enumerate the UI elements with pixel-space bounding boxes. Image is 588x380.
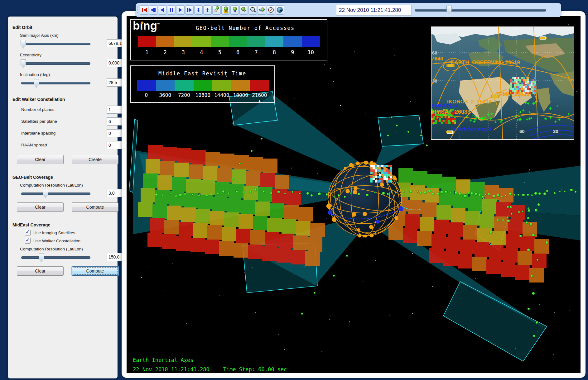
- north-view-button[interactable]: N: [221, 5, 230, 15]
- step-back-button[interactable]: [149, 5, 157, 15]
- interplane-spacing-label: Interplane spacing: [21, 131, 55, 135]
- bing-logo: bıng™: [133, 19, 160, 32]
- walker-clear-button[interactable]: Clear: [17, 155, 64, 164]
- play-forward-button[interactable]: [176, 5, 185, 15]
- semimajor-axis-slider[interactable]: [21, 43, 90, 45]
- use-imaging-satellites-label: Use Imaging Satellites: [33, 230, 75, 235]
- time-slider[interactable]: [415, 7, 546, 13]
- geo-satellite-dot: [522, 194, 525, 196]
- mideast-resolution-slider[interactable]: [21, 256, 90, 259]
- geo-satellite-dot: [527, 217, 529, 219]
- toolbar-grip[interactable]: [137, 6, 138, 14]
- slider-thumb[interactable]: [39, 254, 44, 262]
- slider-thumb[interactable]: [43, 190, 48, 198]
- geo-satellite-dot: [437, 193, 439, 195]
- globe-manager-button[interactable]: ▼: [276, 5, 284, 15]
- play-backward-button[interactable]: [158, 5, 166, 15]
- inset-map-label: EARTH_OBSERVING 26619: [451, 59, 520, 66]
- nadir-view-button[interactable]: ▼: [230, 5, 239, 15]
- legend-swatch: [156, 36, 174, 47]
- geo-satellite-dot: [314, 292, 316, 294]
- inset-sat-marker: +: [470, 119, 472, 122]
- geo-satellite-dot: [507, 220, 510, 222]
- section-title-geo-belt: GEO-Belt Coverage: [12, 175, 117, 180]
- geo-satellite-dot: [426, 145, 428, 146]
- real-time-clock-button[interactable]: [267, 5, 275, 15]
- legend-tick-label: 5: [211, 49, 229, 55]
- raan-spread-label: RAAN spread: [21, 143, 47, 147]
- walker-create-button[interactable]: Create: [72, 155, 118, 164]
- geo-satellite-dot: [535, 209, 537, 211]
- pause-button[interactable]: [167, 5, 176, 15]
- slider-thumb[interactable]: [34, 79, 39, 88]
- inset-map-label: RemoteSensing13: [431, 102, 458, 108]
- decrease-time-step-button[interactable]: ▼▼: [194, 5, 203, 15]
- legend-tick-label: 6: [229, 49, 247, 55]
- inset-sat-marker: +: [475, 116, 477, 120]
- inset-map: 607640EARTH_OBSERVING 2661930TRMM_25063I…: [431, 26, 574, 140]
- geo-satellite-dot: [374, 192, 375, 193]
- step-forward-button[interactable]: [185, 5, 194, 15]
- use-walker-constellation-checkbox[interactable]: ✓: [25, 238, 31, 244]
- frame-label: Earth Inertial Axes: [133, 357, 193, 363]
- mideast-clear-button[interactable]: Clear: [17, 266, 64, 276]
- section-title-walker: Edit Walker Constellation: [12, 97, 117, 102]
- inset-map-label: 7640: [431, 56, 443, 62]
- geo-satellite-dot: [530, 223, 532, 226]
- geo-legend-title: GEO-belt Number of Accesses: [196, 25, 295, 31]
- slider-thumb[interactable]: [21, 59, 26, 68]
- track-object-view-button[interactable]: ↗: [239, 5, 248, 15]
- home-view-button[interactable]: ⌂: [212, 5, 221, 15]
- geo-satellite-dot: [403, 191, 405, 193]
- geo-satellite-dot: [387, 135, 389, 136]
- inclination-slider[interactable]: [21, 82, 90, 84]
- geo-satellite-dot: [254, 188, 257, 191]
- slider-thumb[interactable]: [21, 40, 26, 49]
- geo-satellite-dot: [231, 178, 233, 180]
- inset-sat-marker: +: [567, 112, 570, 116]
- legend-swatch: [175, 80, 194, 91]
- inset-map-label: 30: [553, 129, 558, 134]
- geo-satellite-dot: [387, 193, 389, 195]
- use-walker-constellation-label: Use Walker Constellation: [33, 239, 80, 243]
- geo-satellite-dot: [532, 234, 535, 236]
- eccentricity-slider[interactable]: [21, 62, 90, 65]
- skip-to-start-button[interactable]: [140, 5, 148, 15]
- geo-resolution-slider[interactable]: [21, 192, 90, 195]
- use-imaging-satellites-checkbox[interactable]: ✓: [25, 230, 31, 235]
- geo-satellite-dot: [493, 195, 495, 197]
- 3d-view[interactable]: GEO-belt Number of Accesses 12345678910 …: [127, 16, 581, 373]
- geo-clear-button[interactable]: Clear: [17, 202, 64, 212]
- zoom-in-button[interactable]: +: [248, 5, 257, 15]
- geo-satellite-dot: [206, 194, 208, 197]
- geo-satellite-dot: [346, 255, 348, 257]
- geo-satellite-dot: [485, 194, 486, 195]
- geo-satellite-dot: [277, 191, 280, 193]
- time-slider-thumb[interactable]: [446, 6, 452, 14]
- satellite-icon: [447, 131, 453, 134]
- pick-object-button[interactable]: ↖: [258, 5, 266, 15]
- geo-compute-button[interactable]: Compute: [72, 202, 118, 212]
- geo-satellite-dot: [554, 192, 556, 194]
- geo-satellite-dot: [239, 163, 241, 164]
- geo-satellite-dot: [537, 203, 540, 206]
- mideast-compute-button[interactable]: Compute: [72, 266, 118, 276]
- geo-satellite-dot: [519, 235, 522, 237]
- animation-toolbar: ▼▼▲▲⌂N▼↗+↖▼ 22 Nov 2010 11:21:41.280: [136, 3, 561, 17]
- legend-swatch: [211, 36, 229, 47]
- legend-swatch: [283, 36, 301, 47]
- inset-sat-marker: +: [549, 116, 552, 119]
- geo-satellite-dot: [284, 193, 286, 195]
- increase-time-step-button[interactable]: ▲▲: [203, 5, 212, 15]
- geo-satellite-dot: [475, 193, 477, 195]
- geo-satellite-dot: [251, 150, 253, 152]
- geo-satellite-dot: [417, 191, 418, 192]
- legend-tick-label: 18000: [231, 92, 250, 104]
- geo-satellite-dot: [522, 211, 523, 212]
- geo-satellite-dot: [162, 195, 163, 197]
- legend-swatch: [192, 36, 210, 47]
- inset-sat-marker: +: [487, 113, 489, 116]
- current-time-field[interactable]: 22 Nov 2010 11:21:41.280: [336, 5, 412, 16]
- inset-sat-marker: +: [465, 115, 468, 118]
- geo-satellite-dot: [428, 190, 431, 192]
